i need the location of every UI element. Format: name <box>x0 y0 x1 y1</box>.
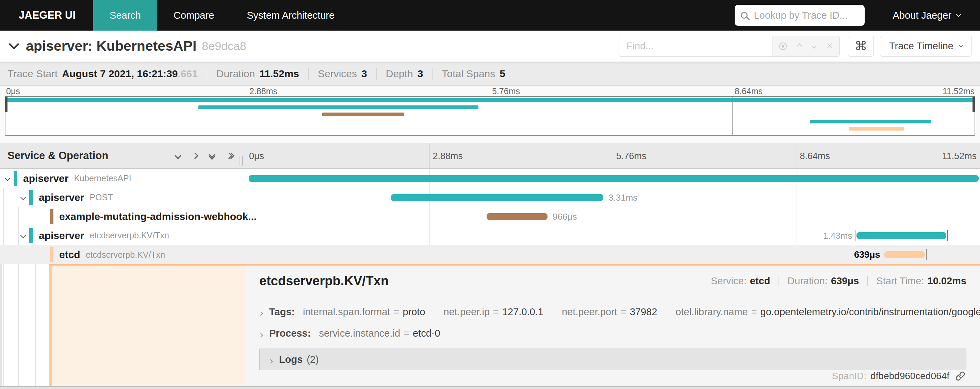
gridline <box>490 97 490 135</box>
trace-view-selector[interactable]: Trace Timeline <box>880 36 972 57</box>
horizontal-scrollbar[interactable] <box>0 386 980 389</box>
range-handle-right[interactable] <box>972 97 975 112</box>
start-time-value: 10.02ms <box>928 275 967 287</box>
tag-item: otel.library.name = go.opentelemetry.io/… <box>675 306 980 318</box>
link-icon[interactable] <box>955 371 966 381</box>
range-handle-left[interactable] <box>5 97 8 112</box>
equals-sign: = <box>620 306 627 318</box>
clear-find-icon[interactable]: × <box>827 40 833 51</box>
span-color-bar <box>50 247 53 262</box>
operation-name: KubernetesAPI <box>74 173 131 183</box>
span-bar[interactable] <box>487 213 547 220</box>
span-name-cell[interactable]: example-mutating-admission-webhook... <box>0 207 246 226</box>
collapse-one-icon[interactable] <box>175 152 181 159</box>
span-id-value: dfbebd960ced064f <box>870 371 950 381</box>
tick-label: 8.64ms <box>797 151 830 162</box>
nav-tab-compare[interactable]: Compare <box>157 0 231 30</box>
span-detail-section: etcdserverpb.KV/Txn Service: etcd Durati… <box>0 264 980 386</box>
find-field[interactable] <box>619 36 772 57</box>
tick-label: 5.76ms <box>613 151 646 162</box>
tick-label: 5.76ms <box>490 86 520 96</box>
span-name-cell[interactable]: apiserver etcdserverpb.KV/Txn <box>0 226 246 245</box>
minimap-canvas[interactable] <box>5 96 975 136</box>
span-name-cell[interactable]: etcd etcdserverpb.KV/Txn <box>0 245 246 264</box>
span-name-cell[interactable]: apiserver KubernetesAPI <box>0 169 246 188</box>
next-match-icon[interactable] <box>811 43 817 49</box>
tag-item: net.peer.ip = 127.0.0.1 <box>444 306 543 318</box>
span-row-selected[interactable]: etcd etcdserverpb.KV/Txn 639μs <box>0 245 980 264</box>
about-jaeger-menu[interactable]: About Jaeger <box>892 10 960 21</box>
tag-value: go.opentelemetry.io/contrib/instrumentat… <box>760 306 980 318</box>
span-timeline-cell[interactable]: 639μs <box>246 245 980 264</box>
gridline <box>246 143 246 168</box>
process-row[interactable]: Process: service.instance.id = etcd-0 <box>259 328 966 339</box>
span-bar[interactable] <box>391 194 603 201</box>
span-row[interactable]: apiserver etcdserverpb.KV/Txn 1.43ms <box>0 226 980 245</box>
trace-id-lookup-input[interactable] <box>753 10 855 21</box>
tick-label: 0μs <box>249 151 264 162</box>
span-row[interactable]: apiserver POST 3.31ms <box>0 188 980 207</box>
depth-label: Depth <box>386 68 413 79</box>
divider <box>259 296 966 296</box>
tick-label: 11.52ms <box>942 151 977 162</box>
find-input[interactable] <box>626 40 765 52</box>
previous-match-icon[interactable] <box>797 43 802 49</box>
focus-match-icon[interactable] <box>779 43 787 50</box>
span-color-bar <box>50 209 53 224</box>
total-spans-value: 5 <box>500 68 505 79</box>
collapse-all-icon[interactable] <box>210 152 215 159</box>
span-timeline-cell[interactable]: 3.31ms <box>246 188 980 207</box>
collapse-trace-chevron[interactable] <box>10 43 18 49</box>
span-bar[interactable] <box>856 232 946 239</box>
nav-tab-search[interactable]: Search <box>93 0 157 30</box>
span-name-cell[interactable]: apiserver POST <box>0 188 246 207</box>
span-timeline-cell[interactable]: 1.43ms <box>246 226 980 245</box>
span-duration-label: 3.31ms <box>608 192 637 203</box>
tag-value: proto <box>402 306 425 318</box>
trace-id-lookup[interactable] <box>735 5 865 26</box>
trace-start-fraction: .661 <box>178 68 197 79</box>
span-timeline-cell[interactable] <box>246 169 980 188</box>
tick-label: 8.64ms <box>733 86 762 96</box>
tree-guide-line <box>35 264 36 386</box>
trace-id-short: 8e9dca8 <box>202 40 246 53</box>
equals-sign: = <box>394 306 399 318</box>
chevron-down-icon <box>8 39 19 49</box>
left-gutter <box>0 264 2 386</box>
column-resizer[interactable] <box>240 156 243 165</box>
service-name: etcd <box>59 249 80 260</box>
keyboard-shortcuts-button[interactable]: ⌘ <box>848 36 874 57</box>
span-row[interactable]: apiserver KubernetesAPI <box>0 169 980 188</box>
tag-key: otel.library.name <box>675 306 748 318</box>
process-label: Process: <box>269 328 311 339</box>
tags-row[interactable]: Tags: internal.span.format = proto net.p… <box>259 306 966 318</box>
find-controls: × <box>772 36 840 57</box>
span-row[interactable]: example-mutating-admission-webhook... 96… <box>0 207 980 226</box>
span-color-bar <box>14 171 18 186</box>
span-bar[interactable] <box>249 175 978 182</box>
nav-tab-system-architecture[interactable]: System Architecture <box>231 0 351 30</box>
chevron-right-icon <box>259 328 262 339</box>
collapse-chevron[interactable] <box>5 175 10 182</box>
tick-label: 11.52ms <box>943 86 975 96</box>
chevron-right-icon <box>269 354 272 365</box>
services-label: Services <box>318 68 357 79</box>
logs-row[interactable]: Logs (2) <box>259 349 966 370</box>
duration-label: Duration <box>216 68 255 79</box>
expand-all-icon[interactable] <box>227 153 234 158</box>
tick-label: 2.88ms <box>247 86 277 96</box>
collapse-chevron[interactable] <box>21 195 25 201</box>
process-key: service.instance.id <box>319 328 401 339</box>
logs-count: (2) <box>307 354 318 365</box>
span-bar[interactable] <box>885 251 925 258</box>
collapse-chevron[interactable] <box>21 233 25 239</box>
logs-label: Logs <box>279 354 302 365</box>
span-rows: apiserver KubernetesAPI apiserver POST 3… <box>0 169 980 264</box>
span-timeline-cell[interactable]: 966μs <box>246 207 980 226</box>
expand-one-icon[interactable] <box>192 152 198 159</box>
timeline-axis: 0μs 2.88ms 5.76ms 8.64ms 11.52ms <box>246 143 980 168</box>
tag-value: 127.0.0.1 <box>502 306 543 318</box>
service-name: apiserver <box>39 192 84 203</box>
operation-name: etcdserverpb.KV/Txn <box>86 250 165 260</box>
trace-header-bar: apiserver: KubernetesAPI 8e9dca8 × ⌘ Tra… <box>0 30 980 62</box>
